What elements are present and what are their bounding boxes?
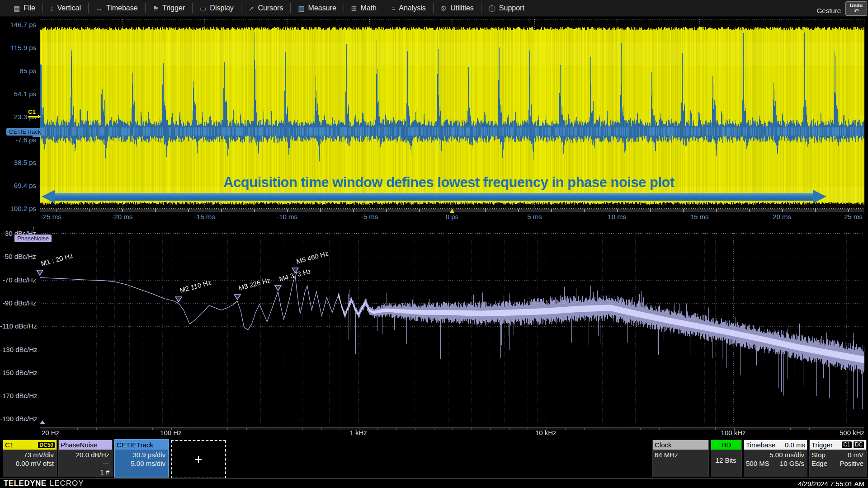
phase-noise-axis-tickstrip: [40, 428, 864, 430]
phase-y-label: -130 dBc/Hz: [0, 346, 36, 353]
menu-file[interactable]: ▤File: [6, 0, 42, 16]
phasenoise-scale: 20.0 dB/Hz: [61, 450, 109, 459]
c1-level-arrow: [38, 115, 41, 118]
trigger-time-marker[interactable]: [449, 209, 455, 213]
phase-noise-plot[interactable]: [40, 233, 864, 427]
tie-y-label: -69.4 ps: [0, 182, 36, 189]
phase-y-label: -70 dBc/Hz: [0, 276, 36, 284]
arrowhead-right: [813, 190, 826, 203]
menu-vertical[interactable]: ↕Vertical: [43, 0, 88, 16]
cetietrack-descriptor-box[interactable]: CETIETrack 30.9 ps/div5.00 ms/div: [114, 439, 169, 478]
menu-math-label: Math: [360, 4, 377, 12]
timebase-title: Timebase: [746, 441, 775, 449]
phasenoise-dash: ---: [61, 459, 109, 468]
display-icon: ▭: [200, 5, 206, 12]
trigger-title: Trigger: [811, 441, 840, 449]
phase-x-label: 1 kHz: [349, 429, 367, 436]
trigger-slope: Positive: [840, 459, 863, 468]
menu-measure[interactable]: ▥Measure: [291, 0, 343, 16]
tie-x-label: 20 ms: [773, 213, 791, 221]
c1-offset: 0.00 mV ofst: [5, 459, 54, 468]
trigger-coupling-badge: DC: [853, 441, 864, 449]
c1-coupling-badge: DC50: [38, 442, 55, 448]
tie-y-label: 146.7 ps: [0, 21, 36, 28]
clock-title: Clock: [655, 441, 672, 449]
trigger-state: Stop: [811, 450, 826, 459]
phasenoise-up-arrow: ↑: [32, 225, 35, 232]
datetime-display: 4/29/2024 7:55:01 AM: [798, 480, 864, 488]
marker-triangle[interactable]: [234, 294, 241, 302]
phase-x-label: 100 kHz: [721, 429, 746, 436]
menu-math[interactable]: ⊞Math: [344, 0, 384, 16]
menu-support[interactable]: ⓘSupport: [481, 0, 532, 16]
acquisition-annotation: Acquisition time window defines lowest f…: [164, 174, 734, 191]
timebase-icon: ↔: [96, 5, 103, 12]
phasenoise-descriptor-box[interactable]: PhaseNoise 20.0 dB/Hz---1 #: [58, 440, 113, 477]
tie-x-label: 5 ms: [527, 213, 542, 221]
tie-y-label: -38.5 ps: [0, 159, 36, 166]
phasenoise-count: 1 #: [61, 468, 109, 476]
menu-display[interactable]: ▭Display: [193, 0, 241, 16]
trigger-source-badge: C1: [842, 441, 851, 448]
tie-y-label: 85 ps: [0, 67, 36, 75]
c1-channel-indicator[interactable]: C1: [28, 108, 36, 115]
cursor-arrow-icon: ↗: [249, 5, 255, 12]
trigger-level: 0 mV: [848, 450, 863, 459]
tie-x-label: 10 ms: [608, 213, 626, 221]
plus-icon: +: [194, 452, 203, 467]
c1-descriptor-box[interactable]: C1DC50 73 mV/div0.00 mV ofst: [3, 440, 57, 477]
menu-timebase[interactable]: ↔Timebase: [89, 0, 145, 16]
oscilloscope-screen: ▤File ↕Vertical ↔Timebase ⚑Trigger ▭Disp…: [0, 0, 868, 488]
menu-utilities-label: Utilities: [450, 4, 474, 12]
cetietrack-level-tick: [33, 135, 40, 137]
phase-y-label: -110 dBc/Hz: [0, 322, 36, 330]
add-trace-button[interactable]: +: [171, 440, 226, 479]
menu-trigger[interactable]: ⚑Trigger: [146, 0, 193, 16]
c1-level-dash: [28, 116, 38, 117]
menu-analysis[interactable]: ≈Analysis: [384, 0, 433, 16]
hd-status-box[interactable]: HD 12 Bits: [711, 440, 742, 477]
menu-support-label: Support: [499, 4, 524, 12]
tie-x-label: -5 ms: [361, 213, 378, 221]
clock-status-box[interactable]: Clock 64 MHz: [652, 440, 709, 477]
marker-triangle[interactable]: [274, 285, 282, 293]
menu-trigger-label: Trigger: [162, 4, 185, 12]
c1-title: C1: [5, 441, 14, 449]
menu-utilities[interactable]: ⚙Utilities: [434, 0, 481, 16]
trigger-type: Edge: [811, 459, 827, 468]
phasenoise-title: PhaseNoise: [61, 441, 97, 449]
timebase-status-box[interactable]: Timebase0.0 ms 5.00 ms/div 500 MS10 GS/s: [744, 440, 807, 477]
menu-timebase-label: Timebase: [106, 4, 138, 12]
tie-x-label: -15 ms: [194, 213, 215, 221]
menu-bar: ▤File ↕Vertical ↔Timebase ⚑Trigger ▭Disp…: [0, 0, 868, 17]
c1-vdiv: 73 mV/div: [5, 450, 54, 459]
tie-y-label: 54.1 ps: [0, 90, 36, 98]
hd-title: HD: [722, 441, 731, 449]
tie-x-label: 15 ms: [690, 213, 709, 221]
marker-triangle[interactable]: [175, 296, 182, 304]
trigger-flag-icon: ⚑: [153, 5, 159, 12]
trigger-level-marker[interactable]: [858, 114, 864, 121]
gesture-label: Gesture: [817, 7, 845, 14]
phase-y-label: -50 dBc/Hz: [0, 253, 36, 260]
phase-x-label: 500 kHz: [840, 429, 864, 436]
phasenoise-trace-badge[interactable]: PhaseNoise: [14, 235, 52, 242]
undo-button[interactable]: Undo↶: [845, 1, 867, 16]
cetietrack-title: CETIETrack: [117, 441, 153, 449]
marker-triangle[interactable]: [36, 269, 43, 277]
tie-x-label: -25 ms: [41, 213, 61, 221]
menu-display-label: Display: [210, 4, 233, 12]
tie-y-label: -7.6 ps: [0, 136, 36, 144]
marker-triangle[interactable]: [292, 267, 299, 275]
menu-cursors[interactable]: ↗Cursors: [241, 0, 291, 16]
cetietrack-trace-badge[interactable]: CETIETrack: [6, 128, 43, 136]
cetietrack-tdiv: 5.00 ms/div: [117, 459, 165, 468]
brand-lecroy: LECROY: [50, 479, 84, 488]
timebase-tdiv: 5.00 ms/div: [746, 450, 804, 459]
trigger-status-box[interactable]: Trigger C1 DC Stop0 mV EdgePositive: [809, 440, 867, 477]
tie-x-label: 25 ms: [844, 213, 863, 221]
arrowhead-left: [42, 190, 55, 203]
chart-icon: ≈: [392, 5, 395, 12]
phase-x-label: 10 kHz: [535, 429, 557, 436]
tie-x-label: -10 ms: [277, 213, 297, 221]
